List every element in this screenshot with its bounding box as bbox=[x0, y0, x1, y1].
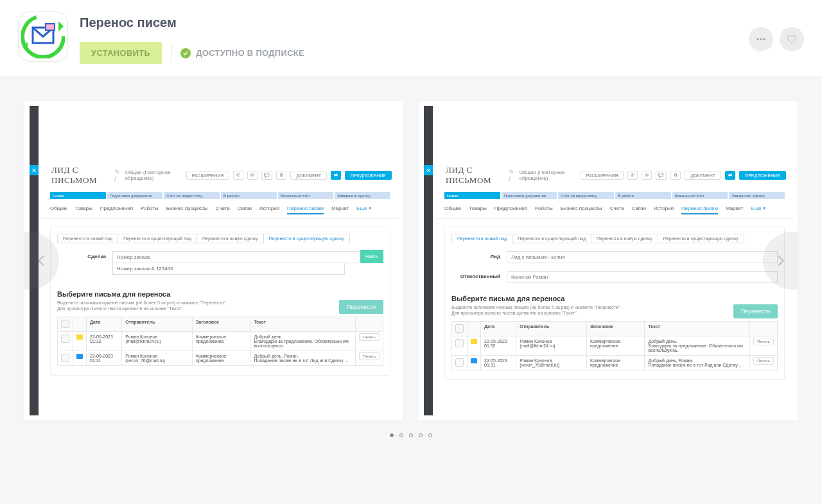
stage: В работе bbox=[615, 192, 671, 199]
chevron-right-icon bbox=[773, 254, 787, 268]
chevron-left-icon bbox=[35, 254, 49, 268]
col-checkbox bbox=[58, 317, 73, 332]
find-button: Найти bbox=[360, 250, 383, 263]
header-body: Перенос писем УСТАНОВИТЬ ДОСТУПНО В ПОДП… bbox=[80, 12, 737, 64]
svg-point-7 bbox=[763, 38, 765, 40]
install-button[interactable]: УСТАНОВИТЬ bbox=[80, 42, 162, 64]
stage: Завершить сделку bbox=[729, 192, 785, 199]
gallery-slide[interactable]: ✕ ЛИД С ПИСЬМОМ ✎ / Общая (Повторное обр… bbox=[419, 101, 798, 421]
lead-title: ЛИД С ПИСЬМОМ bbox=[446, 165, 502, 186]
stage: Финальный счёт bbox=[278, 192, 334, 199]
subscription-label: ДОСТУПНО В ПОДПИСКЕ bbox=[196, 48, 304, 58]
gear-icon: ⚙ bbox=[670, 171, 681, 180]
mail-icon bbox=[471, 339, 477, 344]
sub-tab: Перенести в существующий лид bbox=[118, 234, 197, 243]
gallery-track: ✕ ЛИД С ПИСЬМОМ ✎ / Общая (Повторное обр… bbox=[24, 101, 798, 421]
lead-row: Лид bbox=[451, 250, 778, 263]
lead-label: Лид bbox=[451, 254, 500, 259]
phone-icon: ✆ bbox=[233, 171, 243, 180]
stage: Подготовка документов bbox=[502, 192, 557, 199]
col-sender: Отправитель bbox=[122, 317, 193, 332]
col-date: Дата bbox=[87, 317, 122, 332]
tab-active: Перенос писем bbox=[287, 205, 324, 214]
stage: Новая bbox=[444, 192, 500, 199]
table-row: 22-05-2023 01:32 Роман Кононов (mail@ikb… bbox=[58, 332, 383, 351]
tab: Маркет bbox=[726, 205, 743, 214]
tab: Связи bbox=[238, 205, 252, 214]
document-button: ДОКУМЕНТ bbox=[685, 171, 721, 180]
transfer-panel: Перенести в новый лид Перенести в сущест… bbox=[50, 227, 390, 376]
crm-header: ЛИД С ПИСЬМОМ ✎ / Общая (Повторное обращ… bbox=[42, 161, 398, 189]
lead-title: ЛИД С ПИСЬМОМ bbox=[51, 165, 108, 186]
dots-icon bbox=[755, 33, 767, 46]
transfer-button: Перенести bbox=[733, 304, 778, 318]
heart-icon bbox=[785, 33, 798, 46]
pipeline-stages: Новая Подготовка документов Счёт на пред… bbox=[437, 189, 792, 202]
tab: Товары bbox=[74, 205, 92, 214]
extensions-button: РАСШИРЕНИЯ bbox=[581, 171, 624, 180]
app-icon bbox=[18, 12, 68, 62]
lead-input bbox=[507, 251, 778, 263]
tab: Счета bbox=[610, 205, 624, 214]
crm-header: ЛИД С ПИСЬМОМ ✎ / Общая (Повторное обращ… bbox=[437, 161, 792, 189]
sub-tab-active: Перенести в существующую сделку bbox=[263, 234, 350, 243]
sub-tab: Перенести в новую сделку bbox=[591, 234, 658, 243]
crm-mock: ✕ ЛИД С ПИСЬМОМ ✎ / Общая (Повторное обр… bbox=[30, 106, 398, 415]
stage: Подготовка документов bbox=[107, 192, 163, 199]
tab: Бизнес-процессы bbox=[561, 205, 602, 214]
stage: Новая bbox=[50, 192, 106, 199]
deal-input bbox=[112, 251, 383, 263]
link-icon: ⇄ bbox=[331, 171, 341, 180]
transfer-subtabs: Перенести в новый лид Перенести в сущест… bbox=[57, 234, 383, 243]
favorite-button[interactable] bbox=[780, 27, 804, 51]
tab: История bbox=[654, 205, 674, 214]
crm-tabs: Общее Товары Предложения Роботы Бизнес-п… bbox=[437, 202, 792, 219]
subscription-badge: ДОСТУПНО В ПОДПИСКЕ bbox=[180, 48, 304, 58]
screenshot-gallery: ✕ ЛИД С ПИСЬМОМ ✎ / Общая (Повторное обр… bbox=[0, 76, 822, 445]
tab: Общее bbox=[444, 205, 461, 214]
offer-button: ПРЕДЛОЖЕНИЕ bbox=[739, 171, 786, 180]
gallery-slide[interactable]: ✕ ЛИД С ПИСЬМОМ ✎ / Общая (Повторное обр… bbox=[24, 101, 403, 421]
autocomplete-hint: Номер заказа А 123456 bbox=[112, 263, 345, 275]
print-button: Печать bbox=[753, 357, 774, 365]
table-row: 22-05-2023 01:32 Роман Кононов (mail@ikb… bbox=[452, 336, 778, 356]
tab-more: Ещё ▾ bbox=[751, 205, 765, 214]
tab-more: Ещё ▾ bbox=[356, 205, 371, 214]
print-button: Печать bbox=[753, 338, 774, 345]
stage: Счёт на предоплату bbox=[558, 192, 614, 199]
tab: Роботы bbox=[535, 205, 553, 214]
crm-tabs: Общее Товары Предложения Роботы Бизнес-п… bbox=[42, 202, 398, 219]
tab: Общее bbox=[50, 205, 67, 214]
close-icon: ✕ bbox=[30, 165, 39, 175]
tab: Предложения bbox=[494, 205, 527, 214]
tab: Счета bbox=[216, 205, 230, 214]
sub-tab: Перенести в новую сделку bbox=[197, 234, 264, 243]
section-title: Выберите письма для переноса bbox=[451, 295, 778, 302]
mail-table: Дата Отправитель Заголовок Текст bbox=[451, 321, 778, 370]
responsible-input bbox=[507, 271, 778, 283]
tab: Бизнес-процессы bbox=[166, 205, 208, 214]
more-button[interactable] bbox=[749, 27, 773, 51]
header-actions: УСТАНОВИТЬ ДОСТУПНО В ПОДПИСКЕ bbox=[80, 42, 737, 64]
slideover-edge bbox=[424, 106, 433, 415]
tab: Предложения bbox=[100, 205, 133, 214]
tab: Роботы bbox=[141, 205, 159, 214]
print-button: Печать bbox=[359, 333, 380, 341]
table-row: 22-05-2023 01:31 Роман Кононов (xeron_76… bbox=[58, 351, 383, 366]
chat-icon: 💬 bbox=[261, 171, 272, 180]
phone-icon: ✆ bbox=[627, 171, 638, 180]
mail-icon bbox=[76, 354, 83, 359]
document-button: ДОКУМЕНТ bbox=[290, 171, 327, 180]
link-icon: ⇄ bbox=[725, 171, 735, 180]
section-desc: Выделите галочками нужные письма (не бол… bbox=[57, 300, 383, 311]
transfer-button: Перенести bbox=[339, 300, 383, 314]
gear-icon: ⚙ bbox=[276, 171, 286, 180]
transfer-panel: Перенести в новый лид Перенести в сущест… bbox=[444, 227, 785, 380]
stage: В работе bbox=[221, 192, 277, 199]
offer-button: ПРЕДЛОЖЕНИЕ bbox=[345, 171, 392, 180]
mail-icon: ✉ bbox=[247, 171, 258, 180]
tab: Маркет bbox=[331, 205, 349, 214]
sub-tab: Перенести в новый лид bbox=[57, 234, 118, 243]
tab-active: Перенос писем bbox=[681, 205, 718, 214]
mail-icon bbox=[76, 335, 83, 340]
